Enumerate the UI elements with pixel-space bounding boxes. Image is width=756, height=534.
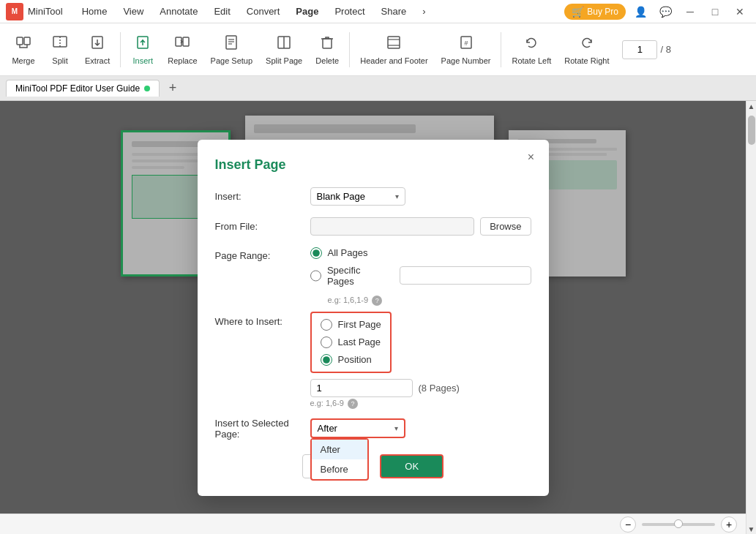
first-page-radio[interactable] (321, 319, 332, 331)
scroll-thumb[interactable] (748, 116, 755, 145)
insert-to-control: After ▾ After Before (310, 418, 531, 438)
toolbar-rotate-left[interactable]: Rotate Left (506, 26, 557, 73)
scrollbar-right: ▲ ▼ (746, 101, 756, 534)
extract-label: Extract (85, 56, 110, 65)
menu-view[interactable]: View (116, 3, 151, 20)
page-range-radio-group: All Pages Specific Pages e.g: 1,6,1-9 ? (310, 247, 531, 306)
toolbar-merge[interactable]: Merge (6, 26, 41, 73)
toolbar-split-page[interactable]: Split Page (260, 26, 308, 73)
menu-share[interactable]: Share (374, 3, 414, 20)
split-page-label: Split Page (266, 56, 302, 65)
svg-rect-15 (388, 37, 400, 48)
split-label: Split (52, 56, 67, 65)
all-pages-label: All Pages (328, 247, 368, 258)
toolbar-rotate-right[interactable]: Rotate Right (558, 26, 615, 73)
dialog-title: Insert Page (215, 157, 531, 173)
last-page-radio[interactable] (321, 336, 332, 348)
position-hint: e.g: 1,6-9 ? (310, 399, 531, 409)
split-icon (52, 34, 68, 55)
zoom-out-button[interactable]: − (620, 516, 636, 533)
scroll-down-button[interactable]: ▼ (746, 524, 757, 534)
dropdown-before[interactable]: Before (312, 459, 367, 479)
delete-icon (319, 34, 335, 55)
toolbar-sep3 (501, 32, 501, 67)
where-to-insert-control: First Page Last Page Position (310, 312, 531, 409)
scroll-up-button[interactable]: ▲ (746, 101, 757, 111)
buy-pro-button[interactable]: 🛒 Buy Pro (564, 4, 626, 20)
insert-label: Insert: (215, 191, 310, 202)
insert-select[interactable]: Blank Page ▾ (310, 187, 405, 206)
tab-label: MiniTool PDF Editor User Guide (15, 83, 140, 94)
hint-icon: ? (372, 296, 382, 306)
insert-to-arrow: ▾ (394, 424, 398, 432)
page-range-label: Page Range: (215, 247, 310, 261)
dialog-close-button[interactable]: × (523, 148, 540, 166)
specific-pages-label: Specific Pages (327, 265, 388, 287)
menu-annotate[interactable]: Annotate (152, 3, 205, 20)
menu-more[interactable]: › (415, 3, 433, 20)
user-icon[interactable]: 👤 (630, 1, 651, 22)
menu-home[interactable]: Home (75, 3, 115, 20)
specific-pages-radio-row: Specific Pages (310, 265, 531, 287)
position-radio[interactable] (321, 354, 332, 366)
dropdown-after[interactable]: After (312, 440, 367, 459)
menu-page[interactable]: Page (288, 3, 326, 20)
toolbar-page-setup[interactable]: Page Setup (205, 26, 259, 73)
menu-protect[interactable]: Protect (327, 3, 372, 20)
where-to-insert-label: Where to Insert: (215, 312, 310, 327)
position-input-row: (8 Pages) (310, 379, 531, 397)
insert-to-select[interactable]: After ▾ (310, 418, 405, 438)
specific-pages-input[interactable] (400, 266, 531, 285)
maximize-button[interactable]: □ (705, 1, 725, 22)
insert-select-value: Blank Page (317, 191, 366, 202)
merge-icon (15, 34, 31, 55)
extract-icon (89, 34, 105, 55)
page-total: / 8 (660, 44, 670, 55)
svg-rect-6 (176, 37, 181, 46)
chat-icon[interactable]: 💬 (655, 1, 675, 22)
page-input[interactable]: 1 (622, 40, 657, 59)
insert-to-dropdown-menu: After Before (310, 438, 369, 481)
add-tab-button[interactable]: + (162, 78, 183, 99)
tab-bar: MiniTool PDF Editor User Guide + (0, 76, 756, 101)
from-file-row: From File: Browse (215, 217, 531, 236)
last-page-label: Last Page (338, 336, 381, 347)
zoom-slider-thumb[interactable] (674, 519, 683, 528)
svg-rect-8 (226, 36, 236, 49)
toolbar-header-footer[interactable]: Header and Footer (354, 26, 433, 73)
minimize-button[interactable]: ─ (680, 1, 700, 22)
zoom-slider[interactable] (642, 523, 715, 526)
replace-label: Replace (168, 56, 197, 65)
zoom-in-button[interactable]: + (721, 516, 737, 533)
close-button[interactable]: ✕ (730, 1, 750, 22)
tab-pdf-editor[interactable]: MiniTool PDF Editor User Guide (6, 80, 160, 97)
insert-to-selected-row: Insert to Selected Page: After ▾ After B… (215, 418, 531, 440)
delete-label: Delete (315, 56, 339, 65)
toolbar-replace[interactable]: Replace (162, 26, 203, 73)
ok-button[interactable]: OK (380, 454, 444, 478)
page-setup-label: Page Setup (211, 56, 253, 65)
merge-label: Merge (12, 56, 34, 65)
position-input[interactable] (310, 379, 413, 397)
browse-button[interactable]: Browse (480, 217, 531, 236)
specific-pages-radio[interactable] (310, 270, 321, 282)
toolbar-split[interactable]: Split (42, 26, 78, 73)
insert-to-label: Insert to Selected Page: (215, 418, 310, 440)
main-area: Insert Page × Insert: Blank Page ▾ From … (0, 101, 756, 534)
toolbar-delete[interactable]: Delete (310, 26, 345, 73)
from-file-control: Browse (310, 217, 531, 236)
toolbar-extract[interactable]: Extract (79, 26, 116, 73)
menu-edit[interactable]: Edit (206, 3, 237, 20)
menu-convert[interactable]: Convert (239, 3, 288, 20)
from-file-input[interactable] (310, 217, 475, 236)
dialog-footer: Cancel OK (215, 454, 531, 478)
toolbar-page-number[interactable]: # Page Number (435, 26, 497, 73)
pdf-area: Insert Page × Insert: Blank Page ▾ From … (0, 101, 746, 534)
svg-rect-1 (24, 37, 30, 45)
page-number-icon: # (458, 34, 474, 55)
toolbar-insert[interactable]: Insert (125, 26, 160, 73)
first-page-label: First Page (338, 319, 381, 330)
menu-bar: Home View Annotate Edit Convert Page Pro… (75, 3, 565, 20)
all-pages-radio[interactable] (310, 247, 322, 259)
header-footer-label: Header and Footer (360, 56, 427, 65)
